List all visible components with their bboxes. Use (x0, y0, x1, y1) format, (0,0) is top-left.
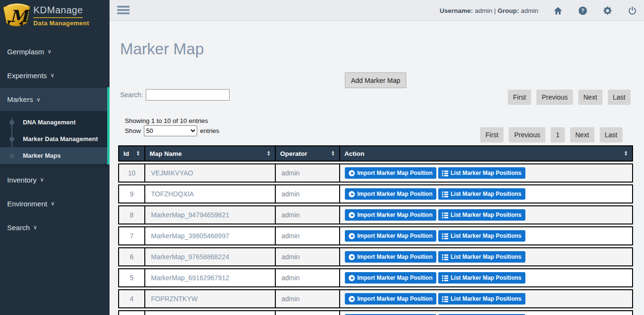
chevron-down-icon: ∨ (48, 48, 52, 55)
table-row: 7 MarkerMap_39805468997 admin Import Mar… (118, 226, 633, 245)
import-circle-arrow-icon (349, 275, 355, 281)
sidebar-item-environment[interactable]: Environment ∨ (0, 192, 110, 215)
add-marker-map-button[interactable]: Add Marker Map (345, 72, 406, 88)
brand-subtitle: Data Management (33, 20, 89, 27)
row-operator (275, 310, 339, 315)
column-header-map-name[interactable]: Map Name (150, 150, 182, 157)
page-size-select[interactable]: 50 (144, 125, 197, 136)
search-input[interactable] (146, 89, 230, 101)
import-marker-map-position-button[interactable]: Import Marker Map Position (345, 167, 436, 179)
sort-icon[interactable]: ▲▼ (624, 151, 628, 156)
sidebar-item-marker-data-management[interactable]: Marker Data Management (0, 131, 110, 147)
list-marker-map-positions-button[interactable]: List Marker Map Positions (438, 209, 525, 221)
row-operator: admin (275, 184, 339, 203)
row-id: 6 (118, 247, 144, 266)
list-marker-map-positions-button[interactable]: List Marker Map Positions (438, 293, 525, 305)
sort-icon[interactable]: ▲▼ (136, 151, 140, 156)
marker-map-table-body: 10 VEJMIKVYAO admin Import Marker Map Po… (118, 163, 633, 315)
showing-entries-text: Showing 1 to 10 of 10 entries (125, 117, 208, 124)
help-icon[interactable]: ? (577, 5, 588, 16)
row-id: 9 (118, 184, 144, 203)
table-row: Import Marker Map Position List Ma (118, 310, 633, 315)
brand-logo-icon: M (2, 1, 31, 30)
list-marker-map-positions-button[interactable]: List Marker Map Positions (438, 251, 525, 263)
row-map-name[interactable]: TOFZHDQXIA (144, 184, 275, 203)
list-marker-map-positions-button[interactable]: List Marker Map Positions (438, 272, 525, 284)
list-icon (442, 212, 448, 218)
brand[interactable]: M KDManage Data Management (0, 0, 110, 31)
table-row: 8 MarkerMap_94794659821 admin Import Mar… (118, 205, 633, 224)
first-page-button[interactable]: First (480, 127, 503, 142)
bullet-icon (10, 137, 14, 142)
search-label: Search: (120, 91, 143, 99)
list-marker-map-positions-button[interactable]: List Marker Map Positions (438, 188, 525, 200)
row-map-name[interactable]: MarkerMap_69162967912 (144, 268, 275, 287)
import-circle-arrow-icon (349, 296, 355, 302)
row-map-name[interactable]: MarkerMap_39805468997 (144, 226, 275, 245)
sidebar-item-germplasm[interactable]: Germplasm ∨ (0, 40, 110, 63)
import-circle-arrow-icon (349, 212, 355, 218)
list-icon (442, 275, 448, 281)
list-marker-map-positions-button[interactable]: List Marker Map Positions (438, 230, 525, 242)
list-icon (442, 170, 448, 176)
last-page-button[interactable]: Last (608, 90, 631, 105)
table-header-row: Id ▲▼ Map Name ▲▼ Operator ▲▼ Action (118, 145, 633, 162)
import-marker-map-position-button[interactable]: Import Marker Map Position (345, 230, 436, 242)
home-icon[interactable] (553, 5, 563, 16)
row-map-name[interactable]: MarkerMap_94794659821 (144, 205, 275, 224)
active-section-accent (107, 87, 110, 164)
sidebar-item-marker-maps[interactable]: Marker Maps (0, 147, 110, 164)
table-row: 5 MarkerMap_69162967912 admin Import Mar… (118, 268, 633, 287)
sidebar-item-search[interactable]: Search ∨ (0, 215, 110, 239)
row-map-name[interactable]: FOPRZNTKYW (144, 289, 275, 308)
power-icon[interactable] (627, 5, 637, 16)
row-id: 7 (118, 226, 144, 245)
row-operator: admin (275, 247, 339, 266)
row-map-name[interactable]: MarkerMap_97658868224 (144, 247, 275, 266)
row-map-name[interactable]: VEJMIKVYAO (144, 163, 275, 183)
pagination-bottom: First Previous 1 Next Last (480, 127, 623, 142)
sidebar-item-inventory[interactable]: Inventory ∨ (0, 168, 110, 192)
previous-page-button[interactable]: Previous (509, 127, 545, 142)
sort-icon[interactable]: ▲▼ (267, 151, 271, 156)
previous-page-button[interactable]: Previous (536, 90, 573, 105)
next-page-button[interactable]: Next (570, 127, 594, 142)
column-header-id[interactable]: Id (123, 150, 129, 157)
sort-icon[interactable]: ▲▼ (331, 151, 335, 156)
menu-icon[interactable] (117, 6, 130, 16)
import-marker-map-position-button[interactable]: Import Marker Map Position (345, 272, 436, 284)
show-label: Show (125, 127, 141, 134)
user-info: Username: admin | Group: admin (440, 7, 538, 14)
column-header-operator[interactable]: Operator (280, 150, 307, 157)
column-header-action[interactable]: Action (344, 150, 364, 157)
settings-icon[interactable] (602, 5, 613, 16)
import-circle-arrow-icon (349, 254, 355, 260)
import-marker-map-position-button[interactable]: Import Marker Map Position (345, 188, 436, 200)
sidebar-nav: Germplasm ∨ Experiments ∨ Markers ∨ DNA … (0, 40, 110, 239)
last-page-button[interactable]: Last (600, 127, 623, 142)
next-page-button[interactable]: Next (578, 90, 603, 105)
list-icon (442, 254, 448, 260)
chevron-down-icon: ∨ (33, 224, 38, 231)
page-number-button[interactable]: 1 (551, 127, 565, 142)
row-map-name[interactable] (144, 310, 275, 315)
sidebar-item-markers[interactable]: Markers ∨ (0, 87, 110, 111)
row-operator: admin (275, 205, 339, 224)
top-header-bar: Username: admin | Group: admin ? (110, 0, 644, 21)
sidebar-item-experiments[interactable]: Experiments ∨ (0, 63, 110, 87)
chevron-down-icon: ∨ (50, 200, 55, 207)
import-circle-arrow-icon (349, 191, 355, 197)
import-marker-map-position-button[interactable]: Import Marker Map Position (345, 251, 436, 263)
import-marker-map-position-button[interactable]: Import Marker Map Position (345, 293, 436, 305)
import-marker-map-position-button[interactable]: Import Marker Map Position (345, 209, 436, 221)
row-id: 8 (118, 205, 144, 224)
list-marker-map-positions-button[interactable]: List Marker Map Positions (438, 167, 525, 179)
row-operator: admin (275, 268, 339, 287)
brand-title: KDManage (33, 5, 83, 18)
first-page-button[interactable]: First (508, 90, 531, 105)
row-operator: admin (275, 163, 339, 183)
list-icon (442, 191, 448, 197)
bullet-icon (10, 153, 14, 158)
row-operator: admin (275, 289, 339, 308)
sidebar-item-dna-management[interactable]: DNA Management (0, 114, 110, 131)
